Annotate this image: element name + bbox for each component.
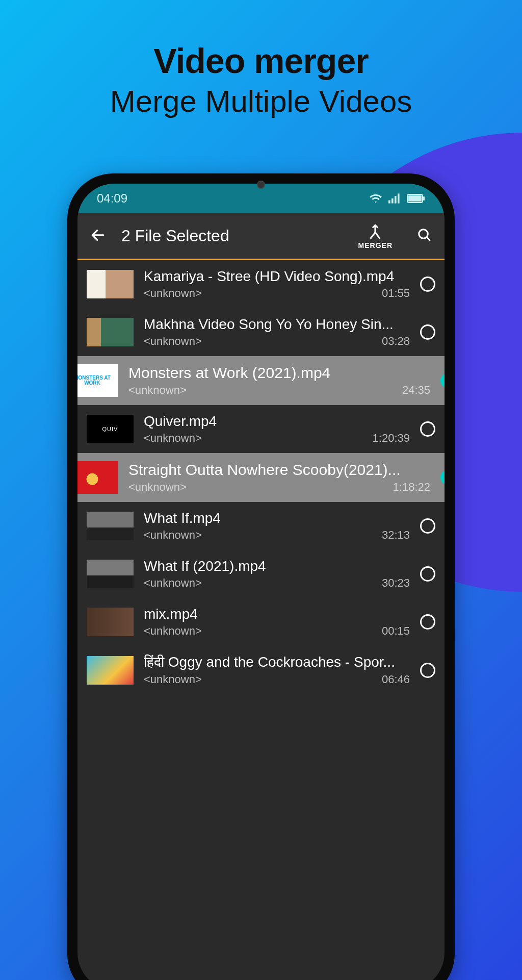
video-author: <unknown> <box>144 624 202 638</box>
video-title: Quiver.mp4 <box>144 413 410 430</box>
video-thumbnail: MONSTERS AT WORK <box>77 364 118 397</box>
video-thumbnail <box>87 512 134 540</box>
select-radio[interactable] <box>420 663 435 678</box>
select-radio[interactable] <box>420 324 435 340</box>
video-thumbnail <box>87 560 134 588</box>
video-info: Quiver.mp4<unknown>1:20:39 <box>144 413 410 445</box>
video-row[interactable]: Straight Outta Nowhere Scooby(2021)...<u… <box>77 453 445 502</box>
video-title: Straight Outta Nowhere Scooby(2021)... <box>128 461 430 479</box>
wifi-icon <box>369 193 382 204</box>
video-author: <unknown> <box>144 529 202 542</box>
video-author: <unknown> <box>128 384 187 397</box>
back-button[interactable] <box>90 227 106 245</box>
video-thumbnail <box>87 608 134 636</box>
merge-icon <box>366 223 384 240</box>
status-time: 04:09 <box>97 191 127 206</box>
video-duration: 06:46 <box>382 673 410 686</box>
search-icon <box>417 228 432 243</box>
merger-button[interactable]: MERGER <box>358 223 393 249</box>
svg-rect-0 <box>388 200 390 204</box>
signal-icon <box>388 193 401 204</box>
video-info: Makhna Video Song Yo Yo Honey Sin...<unk… <box>144 316 410 348</box>
video-info: What If.mp4<unknown>32:13 <box>144 510 410 542</box>
video-row[interactable]: What If.mp4<unknown>32:13 <box>77 502 445 550</box>
video-title: Makhna Video Song Yo Yo Honey Sin... <box>144 316 410 333</box>
video-row[interactable]: Makhna Video Song Yo Yo Honey Sin...<unk… <box>77 308 445 356</box>
video-info: mix.mp4<unknown>00:15 <box>144 606 410 638</box>
video-author: <unknown> <box>144 287 202 300</box>
select-radio[interactable] <box>420 518 435 534</box>
select-radio[interactable] <box>440 373 445 388</box>
video-title: What If.mp4 <box>144 510 410 526</box>
video-info: Monsters at Work (2021).mp4<unknown>24:3… <box>128 364 430 397</box>
video-author: <unknown> <box>144 335 202 348</box>
video-thumbnail <box>87 656 134 685</box>
battery-icon <box>407 194 425 203</box>
svg-rect-3 <box>398 193 400 203</box>
svg-rect-2 <box>395 196 397 203</box>
video-thumbnail <box>87 318 134 346</box>
video-info: Kamariya - Stree (HD Video Song).mp4<unk… <box>144 268 410 300</box>
video-info: What If (2021).mp4<unknown>30:23 <box>144 558 410 590</box>
search-button[interactable] <box>417 228 432 245</box>
video-duration: 32:13 <box>382 529 410 542</box>
select-radio[interactable] <box>440 470 445 485</box>
video-row[interactable]: mix.mp4<unknown>00:15 <box>77 598 445 646</box>
phone-screen: 04:09 2 File Selected MERGER <box>77 184 445 980</box>
video-duration: 01:55 <box>382 287 410 300</box>
video-author: <unknown> <box>128 481 187 494</box>
select-radio[interactable] <box>420 614 435 630</box>
svg-rect-1 <box>392 198 394 204</box>
hero-title: Video merger <box>0 41 522 81</box>
select-radio[interactable] <box>420 566 435 582</box>
video-row[interactable]: हिंदी Oggy and the Cockroaches - Spor...… <box>77 646 445 694</box>
select-radio[interactable] <box>420 421 435 437</box>
video-list[interactable]: Kamariya - Stree (HD Video Song).mp4<unk… <box>77 260 445 694</box>
video-row[interactable]: What If (2021).mp4<unknown>30:23 <box>77 550 445 598</box>
video-duration: 1:18:22 <box>393 481 430 494</box>
video-info: हिंदी Oggy and the Cockroaches - Spor...… <box>144 654 410 686</box>
hero-section: Video merger Merge Multiple Videos <box>0 0 522 119</box>
video-duration: 24:35 <box>402 384 430 397</box>
video-title: हिंदी Oggy and the Cockroaches - Spor... <box>144 654 410 671</box>
video-row[interactable]: Kamariya - Stree (HD Video Song).mp4<unk… <box>77 260 445 308</box>
svg-rect-5 <box>408 195 422 202</box>
video-duration: 03:28 <box>382 335 410 348</box>
video-title: Kamariya - Stree (HD Video Song).mp4 <box>144 268 410 285</box>
video-row[interactable]: QUIVQuiver.mp4<unknown>1:20:39 <box>77 405 445 453</box>
video-author: <unknown> <box>144 673 202 686</box>
select-radio[interactable] <box>420 277 435 292</box>
video-thumbnail <box>77 461 118 494</box>
hero-subtitle: Merge Multiple Videos <box>0 84 522 119</box>
video-duration: 30:23 <box>382 576 410 590</box>
phone-camera <box>257 181 265 189</box>
video-author: <unknown> <box>144 576 202 590</box>
video-duration: 00:15 <box>382 624 410 638</box>
video-title: What If (2021).mp4 <box>144 558 410 574</box>
app-toolbar: 2 File Selected MERGER <box>77 213 445 260</box>
video-duration: 1:20:39 <box>373 432 410 445</box>
toolbar-title: 2 File Selected <box>121 227 343 245</box>
video-thumbnail: QUIV <box>87 415 134 443</box>
video-title: mix.mp4 <box>144 606 410 622</box>
video-row[interactable]: MONSTERS AT WORKMonsters at Work (2021).… <box>77 356 445 405</box>
svg-rect-6 <box>423 196 425 200</box>
video-thumbnail <box>87 270 134 298</box>
video-title: Monsters at Work (2021).mp4 <box>128 364 430 382</box>
video-author: <unknown> <box>144 432 202 445</box>
phone-frame: 04:09 2 File Selected MERGER <box>67 173 455 980</box>
video-info: Straight Outta Nowhere Scooby(2021)...<u… <box>128 461 430 494</box>
merger-label: MERGER <box>358 241 393 249</box>
